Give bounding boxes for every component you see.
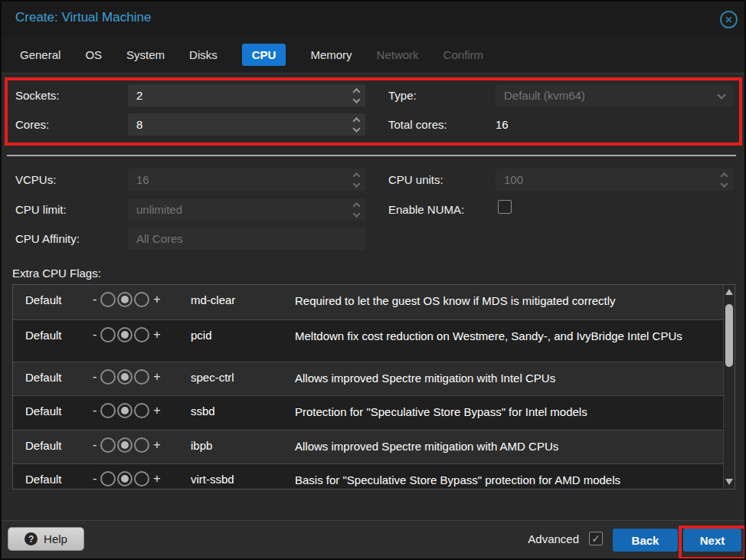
flag-description: Required to let the guest OS know if MDS… — [295, 293, 718, 309]
sockets-input[interactable]: 2 — [128, 84, 365, 106]
slider-default-option[interactable] — [117, 369, 133, 385]
slider-off-option[interactable] — [100, 471, 116, 486]
spinner-up-icon — [353, 172, 361, 180]
flag-tristate-slider[interactable]: - + — [93, 327, 161, 342]
flag-tristate-slider[interactable]: - + — [93, 471, 161, 486]
flag-description: Allows improved Spectre mitigation with … — [295, 439, 718, 454]
type-dropdown: Default (kvm64) — [496, 84, 733, 106]
slider-on-option[interactable] — [134, 327, 149, 342]
flag-name: md-clear — [191, 293, 235, 306]
tab-memory[interactable]: Memory — [310, 44, 352, 66]
slider-plus[interactable]: + — [153, 293, 160, 306]
slider-on-option[interactable] — [134, 369, 149, 385]
slider-default-option[interactable] — [117, 327, 133, 342]
slider-on-option[interactable] — [134, 471, 149, 486]
tab-os[interactable]: OS — [85, 44, 102, 66]
cpu-units-spinner — [721, 173, 727, 186]
flag-row-md-clear: Default - + md-clear Required to let the… — [13, 285, 735, 319]
create-vm-dialog: Create: Virtual Machine ✕ General OS Sys… — [0, 0, 746, 560]
slider-minus[interactable]: - — [93, 293, 97, 306]
slider-off-option[interactable] — [100, 403, 116, 418]
slider-plus[interactable]: + — [153, 370, 160, 384]
spinner-down-icon[interactable] — [353, 96, 361, 103]
vcpus-value: 16 — [136, 173, 149, 186]
flag-description: Protection for "Speculative Store Bypass… — [295, 404, 718, 420]
flag-default-label: Default — [25, 371, 62, 384]
cores-label: Cores: — [15, 118, 49, 131]
sockets-label: Sockets: — [15, 89, 60, 102]
slider-default-option[interactable] — [117, 471, 133, 486]
flag-name: spec-ctrl — [191, 371, 234, 384]
vcpus-spinner — [354, 173, 359, 186]
section-divider — [7, 155, 736, 156]
slider-plus[interactable]: + — [153, 438, 160, 452]
advanced-label: Advanced — [528, 532, 579, 545]
slider-on-option[interactable] — [134, 403, 149, 418]
spinner-up-icon — [721, 172, 728, 180]
spinner-up-icon[interactable] — [353, 88, 361, 96]
tab-system[interactable]: System — [126, 44, 165, 66]
back-button[interactable]: Back — [613, 529, 678, 552]
slider-minus[interactable]: - — [93, 328, 97, 342]
slider-plus[interactable]: + — [153, 328, 160, 342]
tab-network: Network — [377, 44, 419, 66]
spinner-down-icon — [353, 180, 361, 188]
flag-row-pcid: Default - + pcid Meltdown fix cost reduc… — [13, 319, 735, 362]
advanced-checkbox[interactable]: ✓ — [589, 532, 603, 545]
cores-value: 8 — [136, 118, 142, 131]
slider-minus[interactable]: - — [93, 438, 97, 452]
next-button[interactable]: Next — [683, 529, 741, 552]
slider-off-option[interactable] — [100, 292, 116, 307]
spinner-down-icon — [721, 180, 728, 188]
enable-numa-label: Enable NUMA: — [388, 203, 464, 216]
cpu-units-value: 100 — [504, 173, 523, 186]
flag-row-ibpb: Default - + ibpb Allows improved Spectre… — [13, 430, 735, 463]
slider-minus[interactable]: - — [93, 472, 97, 486]
scroll-up-icon[interactable] — [725, 289, 733, 295]
enable-numa-checkbox[interactable] — [498, 200, 512, 214]
scroll-down-icon[interactable] — [725, 479, 733, 485]
check-icon: ✓ — [591, 532, 600, 545]
slider-selected-dot — [121, 441, 129, 449]
flag-tristate-slider[interactable]: - + — [93, 403, 161, 418]
close-icon[interactable]: ✕ — [720, 11, 738, 28]
slider-plus[interactable]: + — [153, 404, 160, 418]
slider-off-option[interactable] — [100, 327, 116, 342]
cores-input[interactable]: 8 — [128, 113, 365, 136]
cpu-flags-table: Default - + md-clear Required to let the… — [12, 284, 735, 490]
flag-description: Meltdown fix cost reduction on Westmere,… — [295, 329, 718, 344]
flag-row-virt-ssbd: Default - + virt-ssbd Basis for "Specula… — [13, 463, 735, 490]
tab-cpu[interactable]: CPU — [242, 44, 286, 66]
type-value: Default (kvm64) — [504, 89, 585, 102]
tab-strip: General OS System Disks CPU Memory Netwo… — [20, 42, 483, 67]
slider-on-option[interactable] — [134, 292, 149, 307]
slider-minus[interactable]: - — [93, 370, 97, 384]
slider-on-option[interactable] — [134, 437, 149, 453]
slider-selected-dot — [121, 373, 129, 381]
slider-off-option[interactable] — [100, 437, 116, 453]
slider-default-option[interactable] — [117, 403, 133, 418]
cpu-affinity-label: CPU Affinity: — [15, 232, 80, 245]
slider-default-option[interactable] — [117, 292, 133, 307]
flag-tristate-slider[interactable]: - + — [93, 437, 161, 453]
slider-default-option[interactable] — [117, 437, 133, 453]
slider-off-option[interactable] — [100, 369, 116, 385]
cpu-limit-value: unlimited — [136, 203, 182, 216]
total-cores-label: Total cores: — [388, 118, 447, 131]
tab-disks[interactable]: Disks — [189, 44, 218, 66]
slider-plus[interactable]: + — [153, 472, 160, 486]
spinner-down-icon[interactable] — [353, 125, 361, 133]
slider-minus[interactable]: - — [93, 404, 97, 418]
help-button[interactable]: ? Help — [8, 527, 84, 551]
table-scrollbar[interactable] — [723, 285, 735, 489]
scrollbar-thumb[interactable] — [725, 304, 733, 367]
spinner-up-icon[interactable] — [353, 117, 361, 125]
flag-name: ssbd — [191, 404, 215, 418]
tab-general[interactable]: General — [20, 44, 61, 66]
total-cores-value: 16 — [496, 118, 509, 131]
flag-tristate-slider[interactable]: - + — [93, 292, 161, 307]
flag-tristate-slider[interactable]: - + — [93, 369, 161, 385]
slider-selected-dot — [121, 407, 129, 414]
cpu-affinity-input: All Cores — [128, 228, 365, 250]
flag-description: Allows improved Spectre mitigation with … — [295, 371, 718, 386]
